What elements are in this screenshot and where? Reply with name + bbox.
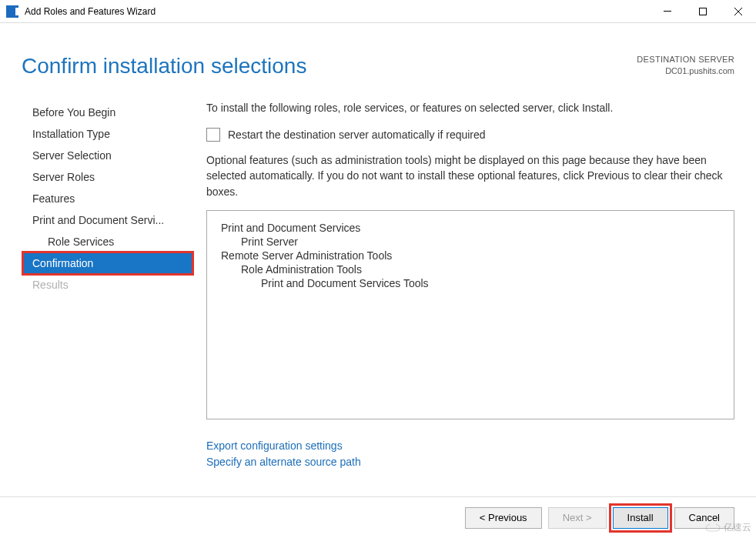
list-item: Print and Document Services Tools [221, 277, 720, 289]
nav-item-server-roles[interactable]: Server Roles [23, 166, 192, 188]
body: Before You BeginInstallation TypeServer … [0, 79, 756, 486]
alternate-source-link[interactable]: Specify an alternate source path [206, 454, 734, 470]
destination-value: DC01.pushits.com [637, 65, 734, 77]
install-button[interactable]: Install [613, 507, 668, 529]
svg-rect-1 [700, 8, 707, 15]
nav-item-confirmation[interactable]: Confirmation [23, 252, 192, 274]
nav-item-features[interactable]: Features [23, 188, 192, 209]
wizard-nav: Before You BeginInstallation TypeServer … [0, 102, 192, 486]
close-icon [734, 8, 742, 15]
header: Confirm installation selections DESTINAT… [0, 23, 756, 79]
restart-checkbox-label: Restart the destination server automatic… [228, 129, 486, 141]
minimize-button[interactable] [650, 0, 685, 22]
maximize-icon [699, 8, 707, 15]
page-title: Confirm installation selections [22, 54, 637, 79]
nav-item-print-and-document-servi[interactable]: Print and Document Servi... [23, 209, 192, 231]
selections-listbox[interactable]: Print and Document ServicesPrint ServerR… [206, 210, 734, 419]
titlebar: Add Roles and Features Wizard [0, 0, 756, 23]
restart-checkbox-row[interactable]: Restart the destination server automatic… [206, 128, 734, 142]
nav-item-server-selection[interactable]: Server Selection [23, 145, 192, 166]
list-item: Print Server [221, 236, 720, 248]
window-title: Add Roles and Features Wizard [25, 6, 650, 17]
nav-item-installation-type[interactable]: Installation Type [23, 123, 192, 145]
next-button: Next > [548, 507, 607, 529]
nav-item-role-services[interactable]: Role Services [23, 231, 192, 252]
instruction-text: To install the following roles, role ser… [206, 102, 734, 114]
checkbox-icon[interactable] [206, 128, 220, 142]
export-settings-link[interactable]: Export configuration settings [206, 438, 734, 454]
list-item: Role Administration Tools [221, 263, 720, 276]
minimize-icon [664, 11, 671, 12]
nav-item-results: Results [23, 274, 192, 296]
wizard-icon [6, 5, 18, 18]
watermark: 亿速云 [705, 521, 751, 534]
destination-info: DESTINATION SERVER DC01.pushits.com [637, 54, 734, 78]
window-controls [650, 0, 756, 22]
optional-features-text: Optional features (such as administratio… [206, 152, 734, 199]
cloud-icon [705, 523, 721, 533]
destination-label: DESTINATION SERVER [637, 54, 734, 65]
main-content: To install the following roles, role ser… [192, 102, 756, 486]
maximize-button[interactable] [685, 0, 721, 22]
nav-item-before-you-begin[interactable]: Before You Begin [23, 102, 192, 123]
links-area: Export configuration settings Specify an… [206, 438, 734, 470]
list-item: Remote Server Administration Tools [221, 249, 720, 262]
wizard-footer: < Previous Next > Install Cancel [0, 496, 756, 538]
list-item: Print and Document Services [221, 222, 720, 234]
watermark-text: 亿速云 [724, 521, 751, 534]
previous-button[interactable]: < Previous [465, 507, 542, 529]
close-button[interactable] [721, 0, 756, 22]
svg-rect-0 [664, 11, 671, 12]
